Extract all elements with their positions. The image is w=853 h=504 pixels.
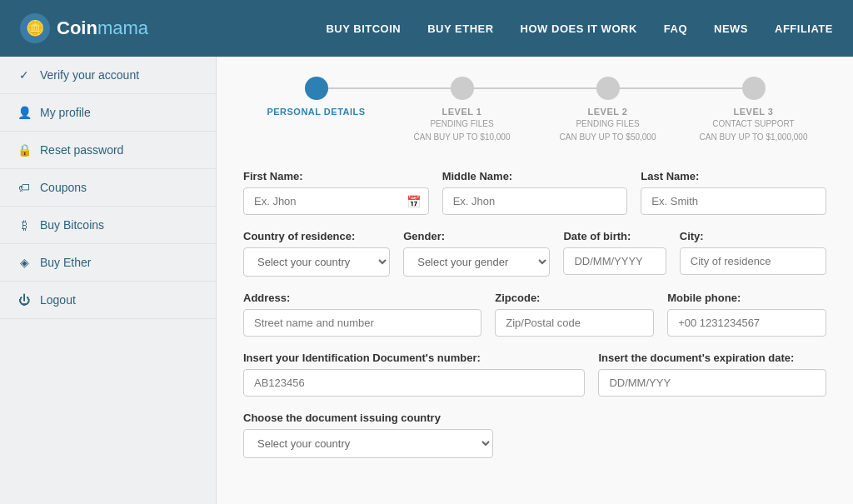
issuing-country-row: Choose the document issuing country Sele… [243, 412, 826, 458]
step-label-3: LEVEL 2 [588, 107, 628, 117]
nav-buy-bitcoin[interactable]: BUY BITCOIN [326, 22, 401, 35]
name-row: First Name: 📅 Middle Name: Last Name: [243, 170, 826, 215]
sidebar-item-verify-account[interactable]: ✓ Verify your account [0, 57, 216, 94]
gender-label: Gender: [403, 230, 550, 242]
sidebar: ✓ Verify your account 👤 My profile 🔒 Res… [0, 57, 217, 504]
id-number-label: Insert your Identification Document's nu… [243, 352, 585, 364]
nav-buy-ether[interactable]: BUY ETHER [427, 22, 493, 35]
middle-name-group: Middle Name: [442, 170, 628, 215]
address-group: Address: [243, 292, 481, 337]
step-sub1-4: CONTACT SUPPORT [712, 118, 794, 130]
step-circle-1 [305, 77, 328, 100]
expiry-input[interactable] [598, 369, 826, 397]
last-name-group: Last Name: [641, 170, 826, 215]
sidebar-label-logout: Logout [40, 293, 76, 307]
header: 🪙 Coinmama BUY BITCOIN BUY ETHER HOW DOE… [0, 0, 853, 57]
city-input[interactable] [680, 247, 826, 275]
step-sub1-2: PENDING FILES [430, 118, 493, 130]
sidebar-item-logout[interactable]: ⏻ Logout [0, 282, 216, 319]
nav-affiliate[interactable]: AFFILIATE [775, 22, 833, 35]
ether-icon: ◈ [17, 256, 32, 269]
check-icon: ✓ [17, 68, 32, 82]
mobile-input[interactable] [667, 309, 826, 337]
zipcode-group: Zipcode: [495, 292, 654, 337]
last-name-label: Last Name: [641, 170, 826, 182]
step-level-2: LEVEL 2 PENDING FILES CAN BUY UP TO $50,… [535, 77, 681, 143]
profile-icon: 👤 [17, 106, 32, 119]
last-name-input[interactable] [641, 187, 826, 215]
logo: 🪙 Coinmama [20, 13, 148, 43]
gender-group: Gender: Select your gender Male Female O… [403, 230, 550, 277]
step-circle-2 [451, 77, 474, 100]
zipcode-label: Zipcode: [495, 292, 654, 304]
step-personal-details: PERSONAL DETAILS [243, 77, 389, 117]
sidebar-label-my-profile: My profile [40, 106, 91, 119]
first-name-input[interactable] [243, 187, 429, 215]
sidebar-label-reset-password: Reset password [40, 143, 123, 157]
sidebar-item-buy-ether[interactable]: ◈ Buy Ether [0, 244, 216, 282]
main-nav: BUY BITCOIN BUY ETHER HOW DOES IT WORK F… [326, 22, 833, 35]
main-content: PERSONAL DETAILS LEVEL 1 PENDING FILES C… [217, 57, 853, 504]
issuing-country-group: Choose the document issuing country Sele… [243, 412, 493, 458]
dob-label: Date of birth: [563, 230, 666, 242]
country-label: Country of residence: [243, 230, 390, 242]
logo-icon: 🪙 [20, 13, 50, 43]
id-row: Insert your Identification Document's nu… [243, 352, 826, 397]
layout: ✓ Verify your account 👤 My profile 🔒 Res… [0, 57, 853, 504]
step-level-3: LEVEL 3 CONTACT SUPPORT CAN BUY UP TO $1… [681, 77, 826, 143]
step-level-1: LEVEL 1 PENDING FILES CAN BUY UP TO $10,… [389, 77, 535, 143]
city-group: City: [680, 230, 826, 277]
sidebar-label-coupons: Coupons [40, 181, 87, 194]
nav-news[interactable]: NEWS [714, 22, 748, 35]
first-name-group: First Name: 📅 [243, 170, 429, 215]
address-row: Address: Zipcode: Mobile phone: [243, 292, 826, 337]
personal-details-form: First Name: 📅 Middle Name: Last Name: [243, 170, 826, 458]
step-sub2-3: CAN BUY UP TO $50,000 [560, 132, 656, 143]
progress-steps: PERSONAL DETAILS LEVEL 1 PENDING FILES C… [243, 77, 826, 143]
sidebar-item-my-profile[interactable]: 👤 My profile [0, 94, 216, 132]
nav-faq[interactable]: FAQ [664, 22, 687, 35]
bitcoin-icon: ₿ [17, 218, 32, 232]
logo-mama: mama [97, 17, 148, 38]
id-number-group: Insert your Identification Document's nu… [243, 352, 585, 397]
step-sub2-2: CAN BUY UP TO $10,000 [414, 132, 511, 143]
calendar-icon: 📅 [407, 195, 421, 208]
dob-input[interactable] [563, 247, 666, 275]
middle-name-label: Middle Name: [442, 170, 628, 182]
first-name-input-wrapper: 📅 [243, 187, 429, 215]
step-label-4: LEVEL 3 [734, 107, 774, 117]
address-label: Address: [243, 292, 481, 304]
logo-text: Coinmama [57, 17, 148, 39]
mobile-group: Mobile phone: [667, 292, 826, 337]
lock-icon: 🔒 [17, 143, 32, 157]
gender-select[interactable]: Select your gender Male Female Other [403, 247, 550, 277]
zipcode-input[interactable] [495, 309, 654, 337]
sidebar-item-reset-password[interactable]: 🔒 Reset password [0, 132, 216, 169]
step-label-2: LEVEL 1 [442, 107, 482, 117]
logo-coin: Coin [57, 17, 97, 38]
dob-group: Date of birth: [563, 230, 666, 277]
address-input[interactable] [243, 309, 481, 337]
nav-how-it-works[interactable]: HOW DOES IT WORK [521, 22, 637, 35]
issuing-country-select[interactable]: Select your country United States United… [243, 429, 493, 458]
expiry-label: Insert the document's expiration date: [598, 352, 826, 364]
tag-icon: 🏷 [17, 181, 32, 194]
sidebar-item-coupons[interactable]: 🏷 Coupons [0, 169, 216, 207]
step-sub2-4: CAN BUY UP TO $1,000,000 [700, 132, 808, 143]
sidebar-label-buy-bitcoins: Buy Bitcoins [40, 218, 104, 232]
issuing-country-label: Choose the document issuing country [243, 412, 493, 424]
logout-icon: ⏻ [17, 293, 32, 307]
expiry-group: Insert the document's expiration date: [598, 352, 826, 397]
country-select[interactable]: Select your country United States United… [243, 247, 390, 277]
step-circle-3 [596, 77, 620, 100]
sidebar-label-buy-ether: Buy Ether [40, 256, 91, 269]
id-number-input[interactable] [243, 369, 585, 397]
sidebar-label-verify-account: Verify your account [40, 68, 139, 82]
middle-name-input[interactable] [442, 187, 628, 215]
first-name-label: First Name: [243, 170, 429, 182]
mobile-label: Mobile phone: [667, 292, 826, 304]
step-label-1: PERSONAL DETAILS [267, 107, 365, 117]
country-group: Country of residence: Select your countr… [243, 230, 390, 277]
sidebar-item-buy-bitcoins[interactable]: ₿ Buy Bitcoins [0, 207, 216, 244]
step-sub1-3: PENDING FILES [576, 118, 639, 130]
